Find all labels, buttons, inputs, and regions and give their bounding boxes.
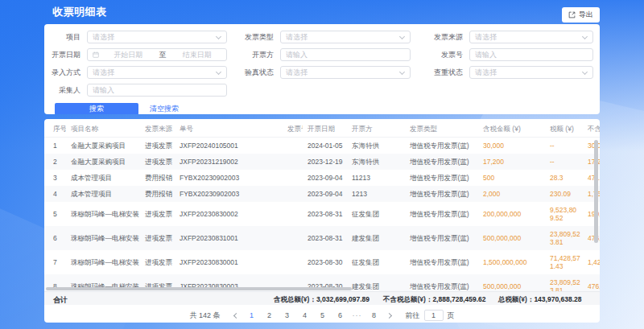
cell-amount-incl-tax: 200,000,000 xyxy=(478,202,545,226)
cell-amount-incl-tax: 500 xyxy=(478,170,545,186)
invoice-date-range-picker[interactable]: 开始日期 至 结束日期 xyxy=(87,48,227,61)
cell-invoice-date: 2023-08-30 xyxy=(303,250,347,274)
pagination-page-6[interactable]: 6 xyxy=(335,311,346,319)
cell-tax-amount: 23,809,523.81 xyxy=(545,274,583,292)
pagination-next-button[interactable] xyxy=(383,310,396,321)
table-row[interactable]: 7珠穆朗玛峰—电梯安装进项发票JXFP202308300012023-08-30… xyxy=(44,250,600,274)
cell-invoice-source: 费用报销 xyxy=(140,170,175,186)
pagination-page-8[interactable]: 8 xyxy=(369,311,380,319)
invoice-no-field-wrap xyxy=(469,48,593,61)
cell-tax-amount: -- xyxy=(545,137,583,154)
export-button-label: 导出 xyxy=(579,10,593,20)
cell-index: 5 xyxy=(44,202,66,226)
issuer-input[interactable] xyxy=(281,49,410,60)
table-header-row: 序号项目名称发票来源单号发票号开票日期开票方发票类型含税金额 (¥)税额 (¥)… xyxy=(44,123,600,137)
clear-search-link[interactable]: 清空搜索 xyxy=(150,104,179,114)
summary-total-tax: 总税额(¥)：143,970,638.28 xyxy=(498,295,581,305)
cell-project-name: 珠穆朗玛峰—电梯安装 xyxy=(66,250,140,274)
cell-order-no: JXFP20240105001 xyxy=(175,137,283,154)
collector-input[interactable] xyxy=(88,84,226,96)
invoice-type-select-placeholder: 请选择 xyxy=(281,32,397,43)
cell-invoice-type: 增值税专用发票(蓝) xyxy=(405,154,478,170)
cell-tax-amount: 28.3 xyxy=(545,170,583,186)
dedup-status-select[interactable]: 请选择 xyxy=(469,66,593,79)
cell-amount-incl-tax: 2,000 xyxy=(478,186,545,202)
cell-amount-incl-tax: 500,000,000 xyxy=(478,226,545,250)
verify-status-select[interactable]: 请选择 xyxy=(280,66,411,79)
project-label: 项目 xyxy=(44,32,80,43)
collector-field-wrap xyxy=(87,84,227,97)
summary-total-label: 合计 xyxy=(53,295,68,306)
invoice-type-select[interactable]: 请选择 xyxy=(280,31,411,43)
filter-row-2: 开票日期 开始日期 至 结束日期 开票方 发票号 xyxy=(44,48,593,61)
verify-status-select-placeholder: 请选择 xyxy=(281,68,397,78)
horizontal-scrollbar[interactable] xyxy=(46,287,352,290)
table-row[interactable]: 1金融大厦采购项目进项发票JXFP202401050012024-01-05东海… xyxy=(44,137,600,154)
table-panel: 序号项目名称发票来源单号发票号开票日期开票方发票类型含税金额 (¥)税额 (¥)… xyxy=(44,119,600,323)
cell-invoice-date: 2023-09-04 xyxy=(303,186,347,202)
issuer-field-wrap xyxy=(280,48,411,61)
table-row[interactable]: 2金融大厦采购项目进项发票JXFP202312190022023-12-19东海… xyxy=(44,154,600,170)
table-row[interactable]: 4成本管理项目费用报销FYBX202309020032023-09-041213… xyxy=(44,186,600,202)
invoice-source-select[interactable]: 请选择 xyxy=(469,31,593,43)
pagination-page-2[interactable]: 2 xyxy=(264,311,275,319)
project-select-placeholder: 请选择 xyxy=(88,32,213,43)
cell-project-name: 成本管理项目 xyxy=(66,186,140,202)
vertical-scrollbar[interactable] xyxy=(594,140,598,243)
table-viewport: 序号项目名称发票来源单号发票号开票日期开票方发票类型含税金额 (¥)税额 (¥)… xyxy=(44,123,600,291)
cell-tax-amount: 230.09 xyxy=(545,186,583,202)
cell-order-no: FYBX20230902003 xyxy=(175,186,283,202)
cell-amount-incl-tax: 30,000 xyxy=(478,137,545,154)
cell-invoice-type: 增值税专用发票(蓝) xyxy=(405,186,478,202)
cell-invoice-source: 费用报销 xyxy=(140,186,175,202)
page-background: 收票明细表 导出 项目 请选择 发票类型 请选择 xyxy=(0,0,644,329)
cell-project-name: 珠穆朗玛峰—电梯安装 xyxy=(66,226,140,250)
pagination-page-3[interactable]: 3 xyxy=(282,311,293,319)
cell-index: 1 xyxy=(44,137,66,154)
summary-row: 合计 含税总额(¥)：3,032,699,097.89 不含税总额(¥)：2,8… xyxy=(44,291,600,305)
cell-tax-amount: -- xyxy=(545,154,583,170)
cell-invoice-no xyxy=(283,154,303,170)
pagination-prev-button[interactable] xyxy=(230,310,243,321)
column-header-index: 序号 xyxy=(44,123,66,137)
pagination-pages: 123456···8 xyxy=(243,311,383,319)
table-row[interactable]: 5珠穆朗玛峰—电梯安装进项发票JXFP202308300022023-08-31… xyxy=(44,202,600,226)
pagination-page-5[interactable]: 5 xyxy=(317,311,328,319)
cell-invoice-source: 进项发票 xyxy=(140,226,175,250)
entry-method-select[interactable]: 请选择 xyxy=(87,66,227,79)
cell-invoice-source: 进项发票 xyxy=(140,202,175,226)
table-row[interactable]: 3成本管理项目费用报销FYBX202309020032023-09-041121… xyxy=(44,170,600,186)
cell-index: 2 xyxy=(44,154,66,170)
cell-project-name: 金融大厦采购项目 xyxy=(66,154,140,170)
cell-amount-incl-tax: 1,500,000,000 xyxy=(478,250,545,274)
filter-row-1: 项目 请选择 发票类型 请选择 发票来源 请选择 xyxy=(44,31,593,43)
cell-invoice-no xyxy=(283,226,303,250)
project-select[interactable]: 请选择 xyxy=(87,31,227,43)
cell-invoice-source: 进项发票 xyxy=(140,250,175,274)
column-header-tax-amount: 税额 (¥) xyxy=(545,123,583,137)
end-date-placeholder: 结束日期 xyxy=(168,50,227,60)
cell-invoice-type: 增值税专用发票(蓝) xyxy=(405,274,478,292)
table-row[interactable]: 6珠穆朗玛峰—电梯安装进项发票JXFP202308310012023-08-31… xyxy=(44,226,600,250)
export-icon xyxy=(568,11,576,19)
chevron-down-icon xyxy=(399,68,405,74)
table-body: 1金融大厦采购项目进项发票JXFP202401050012024-01-05东海… xyxy=(44,137,600,291)
cell-order-no: JXFP20230831001 xyxy=(175,226,283,250)
cell-invoice-type: 增值税专用发票(蓝) xyxy=(405,250,478,274)
cell-tax-amount: 9,523,809.52 xyxy=(545,202,583,226)
top-bar: 收票明细表 导出 xyxy=(44,0,600,24)
start-date-placeholder: 开始日期 xyxy=(99,50,158,60)
export-button[interactable]: 导出 xyxy=(562,7,600,23)
pagination-page-1[interactable]: 1 xyxy=(246,311,258,319)
cell-invoice-no xyxy=(283,186,303,202)
dedup-status-select-placeholder: 请选择 xyxy=(470,68,580,78)
dedup-status-label: 查重状态 xyxy=(411,68,463,78)
search-button[interactable]: 搜索 xyxy=(55,103,138,114)
cell-amount-excl-tax: 476,190,476.19 xyxy=(583,274,600,292)
cell-issuer: 1213 xyxy=(347,186,405,202)
invoice-no-input[interactable] xyxy=(470,49,592,60)
cell-invoice-no xyxy=(283,137,303,154)
cell-order-no: JXFP20230830002 xyxy=(175,202,283,226)
pagination-page-4[interactable]: 4 xyxy=(299,311,311,319)
page-jump-input[interactable] xyxy=(424,310,444,321)
